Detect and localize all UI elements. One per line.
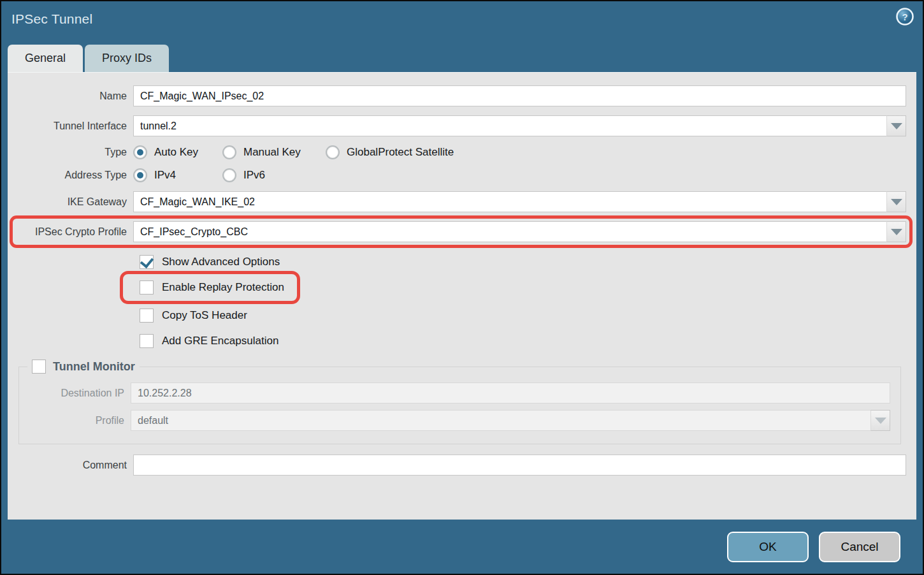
comment-input[interactable] bbox=[133, 455, 906, 476]
radio-button-icon[interactable] bbox=[222, 145, 236, 159]
copy-tos-header-label: Copy ToS Header bbox=[162, 309, 247, 322]
type-label: Type bbox=[8, 147, 133, 158]
address-type-radio-group: IPv4 IPv6 bbox=[133, 168, 906, 182]
checkbox-icon[interactable] bbox=[140, 255, 154, 269]
radio-ipv6[interactable]: IPv6 bbox=[222, 168, 326, 182]
radio-globalprotect-satellite-label: GlobalProtect Satellite bbox=[347, 146, 454, 159]
ok-button[interactable]: OK bbox=[727, 532, 809, 562]
tunnel-interface-row: Tunnel Interface bbox=[8, 115, 906, 136]
copy-tos-header-option[interactable]: Copy ToS Header bbox=[140, 309, 247, 323]
type-row: Type Auto Key Manual Key GlobalProtect S… bbox=[8, 145, 906, 159]
address-type-label: Address Type bbox=[8, 170, 133, 181]
chevron-down-icon bbox=[875, 418, 886, 424]
name-input[interactable] bbox=[133, 85, 906, 106]
profile-label: Profile bbox=[19, 415, 131, 426]
help-question-icon[interactable]: ? bbox=[896, 8, 914, 25]
chevron-down-icon bbox=[891, 199, 902, 205]
ipsec-tunnel-dialog: IPSec Tunnel ? General Proxy IDs Na bbox=[0, 0, 924, 575]
ike-gateway-label: IKE Gateway bbox=[8, 196, 133, 208]
radio-manual-key[interactable]: Manual Key bbox=[222, 145, 326, 159]
radio-auto-key-label: Auto Key bbox=[154, 146, 198, 159]
enable-replay-protection-label: Enable Replay Protection bbox=[162, 281, 284, 294]
destination-ip-label: Destination IP bbox=[19, 388, 131, 399]
tunnel-monitor-label: Tunnel Monitor bbox=[53, 360, 135, 374]
ike-gateway-row: IKE Gateway bbox=[8, 191, 906, 212]
show-advanced-options-option[interactable]: Show Advanced Options bbox=[140, 255, 280, 269]
checkbox-icon[interactable] bbox=[140, 280, 154, 295]
tunnel-interface-input[interactable] bbox=[133, 115, 906, 136]
comment-row: Comment bbox=[8, 455, 906, 476]
profile-row: Profile bbox=[19, 410, 890, 431]
comment-label: Comment bbox=[8, 460, 133, 471]
dialog-title: IPSec Tunnel bbox=[11, 11, 911, 27]
radio-ipv4-label: IPv4 bbox=[154, 169, 176, 182]
radio-ipv6-label: IPv6 bbox=[243, 169, 265, 182]
type-radio-group: Auto Key Manual Key GlobalProtect Satell… bbox=[133, 145, 906, 159]
profile-input bbox=[131, 410, 890, 431]
checkbox-icon[interactable] bbox=[32, 360, 46, 374]
radio-button-icon[interactable] bbox=[222, 168, 236, 182]
profile-dropdown-button bbox=[870, 410, 890, 431]
radio-ipv4[interactable]: IPv4 bbox=[133, 168, 222, 182]
enable-replay-protection-option[interactable]: Enable Replay Protection bbox=[140, 280, 284, 295]
dialog-footer: OK Cancel bbox=[1, 520, 923, 574]
tab-proxy-ids[interactable]: Proxy IDs bbox=[85, 45, 169, 72]
ike-gateway-input[interactable] bbox=[133, 191, 906, 212]
tunnel-monitor-fieldset: Tunnel Monitor Destination IP Profile bbox=[18, 360, 901, 444]
general-tab-panel: Name Tunnel Interface Type Auto Key bbox=[8, 72, 916, 520]
radio-button-icon[interactable] bbox=[326, 145, 340, 159]
tab-bar: General Proxy IDs bbox=[1, 41, 923, 72]
radio-manual-key-label: Manual Key bbox=[243, 146, 301, 159]
show-advanced-options-label: Show Advanced Options bbox=[162, 256, 280, 268]
ipsec-crypto-profile-dropdown-button[interactable] bbox=[886, 221, 906, 242]
radio-button-icon[interactable] bbox=[133, 145, 147, 159]
tunnel-interface-dropdown-button[interactable] bbox=[886, 115, 906, 136]
dialog-titlebar: IPSec Tunnel ? bbox=[1, 1, 923, 41]
ipsec-crypto-profile-label: IPSec Crypto Profile bbox=[8, 226, 133, 238]
show-advanced-options-row: Show Advanced Options bbox=[140, 255, 916, 269]
tunnel-interface-label: Tunnel Interface bbox=[8, 120, 133, 132]
chevron-down-icon bbox=[891, 229, 902, 235]
destination-ip-row: Destination IP bbox=[19, 382, 890, 404]
destination-ip-input bbox=[131, 382, 890, 404]
name-label: Name bbox=[8, 91, 133, 102]
cancel-button[interactable]: Cancel bbox=[819, 532, 900, 562]
add-gre-encapsulation-row: Add GRE Encapsulation bbox=[140, 334, 916, 348]
ipsec-crypto-profile-input[interactable] bbox=[133, 221, 906, 242]
radio-auto-key[interactable]: Auto Key bbox=[133, 145, 222, 159]
add-gre-encapsulation-option[interactable]: Add GRE Encapsulation bbox=[140, 334, 278, 348]
radio-button-icon[interactable] bbox=[133, 168, 147, 182]
checkbox-icon[interactable] bbox=[140, 334, 154, 348]
checkbox-icon[interactable] bbox=[140, 309, 154, 323]
ike-gateway-dropdown-button[interactable] bbox=[886, 191, 906, 212]
radio-globalprotect-satellite[interactable]: GlobalProtect Satellite bbox=[326, 145, 454, 159]
tab-general[interactable]: General bbox=[8, 45, 83, 72]
tunnel-monitor-legend[interactable]: Tunnel Monitor bbox=[27, 360, 140, 374]
name-row: Name bbox=[8, 85, 906, 106]
address-type-row: Address Type IPv4 IPv6 bbox=[8, 168, 906, 182]
chevron-down-icon bbox=[891, 123, 902, 129]
enable-replay-protection-row: Enable Replay Protection bbox=[140, 280, 916, 295]
svg-text:?: ? bbox=[902, 11, 907, 22]
add-gre-encapsulation-label: Add GRE Encapsulation bbox=[162, 335, 278, 347]
copy-tos-header-row: Copy ToS Header bbox=[140, 309, 916, 323]
ipsec-crypto-profile-row: IPSec Crypto Profile bbox=[8, 221, 906, 242]
